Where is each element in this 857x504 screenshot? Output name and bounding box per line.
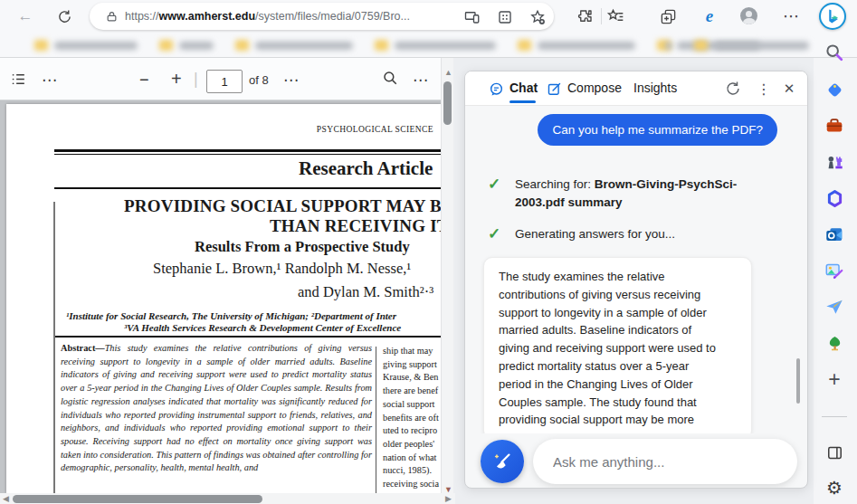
pdf-menu-button-3[interactable]: ⋯: [413, 71, 428, 90]
bookmark-item[interactable]: [518, 40, 635, 51]
sidebar-tree-button[interactable]: [824, 332, 845, 354]
add-icon: +: [828, 369, 840, 390]
internet-explorer-icon: e: [706, 6, 713, 26]
vertical-scroll-thumb[interactable]: [443, 81, 452, 125]
bookmark-item[interactable]: [694, 40, 809, 51]
pdf-col2-line: social support: [383, 398, 441, 412]
copilot-chat-panel: Chat Compose Insights ⋮ ✕ Can you help m…: [464, 71, 808, 489]
sidebar-games-button[interactable]: [824, 151, 845, 173]
bookmark-label-blurred: [538, 42, 635, 50]
page-number-input[interactable]: [206, 70, 243, 93]
rule-above-abstract: [54, 336, 441, 338]
sidebar-microsoft365-button[interactable]: [824, 187, 845, 209]
scroll-up-icon[interactable]: ▲: [444, 69, 452, 77]
abstract-text: This study examines the relative contrib…: [61, 343, 372, 472]
sidebar-customize-button[interactable]: +: [824, 368, 845, 390]
refresh-button[interactable]: [53, 5, 75, 27]
scroll-right-icon[interactable]: ▶: [445, 495, 452, 503]
status-prefix: Searching for:: [515, 177, 595, 191]
browser-toolbar: ← https://www.amherst.edu/system/files/m…: [0, 0, 857, 33]
refresh-icon: [57, 9, 72, 24]
assistant-answer-card: The study examines the relativecontribut…: [483, 257, 752, 433]
scroll-left-icon[interactable]: ◀: [3, 495, 9, 503]
tab-compose[interactable]: Compose: [567, 81, 622, 95]
sidebar-outlook-button[interactable]: [824, 223, 845, 245]
sidebar-drop-button[interactable]: [824, 296, 845, 318]
send-to-device-icon[interactable]: [464, 9, 481, 25]
authors-line2: and Dylan M. Smith²·³: [298, 283, 433, 301]
tab-chat[interactable]: Chat: [509, 81, 538, 95]
paper-subtitle: Results From a Prospective Study: [195, 238, 410, 256]
pdf-menu-button-2[interactable]: ⋯: [283, 71, 299, 90]
paper-title-line1: PROVIDING SOCIAL SUPPORT MAY BE: [124, 196, 441, 216]
sidebar-divider: [822, 416, 847, 417]
bookmark-label-blurred: [665, 42, 672, 50]
bing-copilot-button[interactable]: [819, 3, 846, 30]
pdf-horizontal-scrollbar[interactable]: ◀ ▶: [0, 493, 455, 504]
answer-line: The study examines the relative: [499, 268, 737, 286]
sidebar-tools-button[interactable]: [824, 115, 845, 137]
pdf-col2-line: uted to recipro: [383, 424, 441, 438]
bookmark-item[interactable]: [235, 40, 353, 51]
pdf-search-button[interactable]: [382, 70, 398, 86]
url-text: https://www.amherst.edu/system/files/med…: [125, 10, 410, 23]
sidebar-shopping-button[interactable]: [824, 79, 845, 100]
horizontal-scroll-thumb[interactable]: [13, 495, 262, 503]
collections-icon: [660, 8, 677, 25]
zoom-out-button[interactable]: −: [139, 71, 149, 90]
pdf-col2-line: nucci, 1985).: [383, 464, 441, 478]
collections-button[interactable]: [657, 5, 679, 27]
answer-line: providing social support may be more: [499, 411, 737, 429]
pdf-col2-line: Krause, & Ben: [383, 371, 441, 385]
bookmark-item[interactable]: [159, 40, 214, 51]
gear-icon: ⚙: [826, 479, 843, 497]
pdf-menu-button-1[interactable]: ⋯: [42, 71, 57, 90]
bookmark-item[interactable]: [665, 42, 672, 50]
new-topic-button[interactable]: [481, 440, 524, 483]
extensions-button[interactable]: [575, 5, 596, 27]
pdf-col2-line: nation of what: [383, 452, 441, 465]
active-tab-underline: [509, 100, 536, 103]
paper-plane-icon: [824, 297, 844, 317]
settings-more-button[interactable]: ⋯: [780, 5, 802, 27]
chat-more-button[interactable]: ⋮: [753, 78, 775, 100]
bookmark-item[interactable]: [375, 40, 496, 51]
pdf-contents-button[interactable]: [10, 71, 27, 88]
pdf-vertical-scrollbar[interactable]: ▲ ▼: [441, 58, 453, 493]
more-horizontal-icon: ⋯: [783, 6, 799, 26]
favorites-button[interactable]: [605, 5, 626, 27]
favorites-list-star-icon: [606, 7, 624, 25]
status-searching-text: Searching for: Brown-Giving-PsychSci-200…: [515, 176, 767, 211]
folder-icon: [235, 40, 249, 51]
zoom-in-button[interactable]: +: [171, 69, 182, 90]
double-rule-bottom: [54, 154, 441, 155]
chat-scroll-thumb[interactable]: [796, 358, 800, 404]
bookmarks-left[interactable]: [34, 37, 760, 53]
chat-refresh-button[interactable]: [722, 78, 744, 100]
address-bar[interactable]: https://www.amherst.edu/system/files/med…: [90, 3, 554, 30]
profile-avatar[interactable]: [740, 7, 757, 24]
double-rule-top: [54, 149, 441, 152]
apps-grid-icon[interactable]: [497, 9, 513, 25]
chat-close-button[interactable]: ✕: [778, 78, 800, 100]
ie-mode-button[interactable]: e: [699, 5, 720, 27]
sidebar-settings-button[interactable]: ⚙: [824, 477, 845, 499]
url-scheme: https://: [125, 10, 159, 23]
tree-icon: [825, 334, 844, 353]
sidebar-search-button[interactable]: [824, 42, 845, 63]
more-vertical-icon: ⋮: [757, 81, 771, 98]
bookmark-item[interactable]: [34, 40, 138, 51]
user-message-bubble: Can you help me summarize the PDF?: [538, 114, 777, 146]
add-favorite-star-icon[interactable]: [529, 9, 546, 25]
tab-insights[interactable]: Insights: [633, 81, 677, 95]
chat-input[interactable]: [533, 439, 797, 484]
page-left-bar: [53, 202, 55, 493]
back-button[interactable]: ←: [14, 5, 36, 27]
sidebar-panel-button[interactable]: [824, 442, 845, 463]
bookmarks-right[interactable]: [665, 37, 809, 53]
pdf-page[interactable]: PSYCHOLOGICAL SCIENCE Research Article P…: [6, 104, 441, 493]
microsoft-365-icon: [825, 189, 844, 208]
outlook-icon: [824, 224, 844, 244]
folder-icon: [694, 40, 708, 51]
sidebar-image-creator-button[interactable]: [824, 260, 845, 281]
